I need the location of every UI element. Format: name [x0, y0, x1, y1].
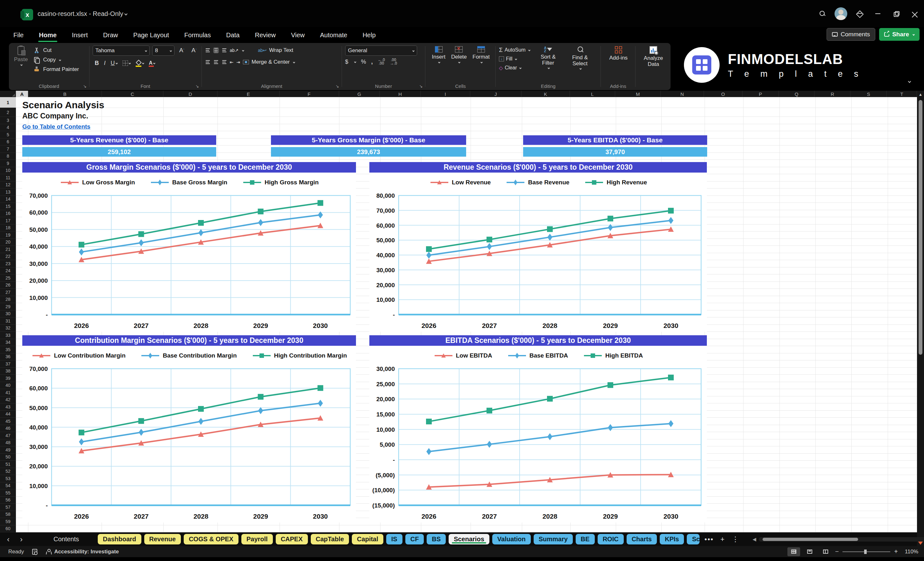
- col-header-E[interactable]: E: [218, 91, 279, 97]
- row-header-1[interactable]: 1: [0, 97, 16, 108]
- percent-style-button[interactable]: %: [361, 58, 366, 65]
- row-header-54[interactable]: 54: [0, 482, 16, 490]
- menu-review[interactable]: Review: [254, 30, 276, 40]
- sheet-tab-summary[interactable]: Summary: [534, 534, 573, 544]
- row-header-46[interactable]: 46: [0, 425, 16, 432]
- row-header-45[interactable]: 45: [0, 418, 16, 425]
- row-header-3[interactable]: 3: [0, 117, 16, 124]
- clear-button[interactable]: ◇Clear: [499, 63, 530, 72]
- zoom-in-button[interactable]: +: [894, 548, 898, 555]
- row-header-33[interactable]: 33: [0, 332, 16, 339]
- delete-cells-button[interactable]: ✕Delete: [449, 45, 469, 64]
- insert-cells-button[interactable]: Insert: [430, 45, 447, 64]
- menu-draw[interactable]: Draw: [102, 30, 119, 40]
- normal-view-button[interactable]: [788, 547, 800, 556]
- fill-color-button[interactable]: [134, 58, 146, 68]
- row-header-9[interactable]: 9: [0, 160, 16, 167]
- document-title[interactable]: casino-resort.xlsx - Read-Only: [38, 10, 127, 18]
- row-header-37[interactable]: 37: [0, 360, 16, 368]
- analyze-data-button[interactable]: Analyze Data: [639, 45, 668, 68]
- menu-insert[interactable]: Insert: [71, 30, 88, 40]
- row-header-59[interactable]: 59: [0, 518, 16, 525]
- minimize-button[interactable]: [868, 4, 887, 23]
- comments-button[interactable]: Comments: [826, 28, 875, 41]
- sheet-tab-roic[interactable]: ROIC: [598, 534, 624, 544]
- sheet-tab-charts[interactable]: Charts: [627, 534, 657, 544]
- col-header-P[interactable]: P: [742, 91, 779, 97]
- accessibility-status[interactable]: Accessibility: Investigate: [45, 549, 119, 555]
- row-header-44[interactable]: 44: [0, 411, 16, 418]
- select-all-corner[interactable]: [0, 91, 16, 97]
- number-dialog-launcher[interactable]: ↘: [419, 84, 423, 88]
- row-header-20[interactable]: 20: [0, 239, 16, 246]
- zoom-slider-thumb[interactable]: [864, 549, 867, 554]
- row-header-6[interactable]: 6: [0, 138, 16, 146]
- sheet-tab-valuation[interactable]: Valuation: [492, 534, 531, 544]
- borders-button[interactable]: [120, 58, 133, 68]
- row-header-21[interactable]: 21: [0, 246, 16, 253]
- orientation-button[interactable]: ab↗: [230, 48, 238, 53]
- col-header-N[interactable]: N: [661, 91, 704, 97]
- increase-decimal-button[interactable]: ←.0.00: [378, 58, 385, 65]
- menu-view[interactable]: View: [290, 30, 305, 40]
- accounting-format-button[interactable]: $: [345, 58, 348, 65]
- sheet-tab-cf[interactable]: CF: [405, 534, 424, 544]
- sheet-options-button[interactable]: ⋮: [730, 535, 741, 543]
- menu-data[interactable]: Data: [225, 30, 240, 40]
- row-header-5[interactable]: 5: [0, 131, 16, 138]
- italic-button[interactable]: I: [102, 58, 108, 68]
- col-header-I[interactable]: I: [421, 91, 470, 97]
- row-header-43[interactable]: 43: [0, 404, 16, 411]
- col-header-B[interactable]: B: [28, 91, 102, 97]
- col-header-L[interactable]: L: [570, 91, 615, 97]
- row-header-34[interactable]: 34: [0, 339, 16, 346]
- menu-formulas[interactable]: Formulas: [184, 30, 212, 40]
- align-left-button[interactable]: [205, 60, 210, 64]
- horizontal-scroll-thumb[interactable]: [763, 538, 858, 541]
- number-format-select[interactable]: General: [345, 45, 417, 56]
- sheet-nav-prev[interactable]: ‹: [3, 535, 14, 544]
- row-header-2[interactable]: 2: [0, 108, 16, 117]
- add-sheet-button[interactable]: +: [718, 535, 727, 543]
- row-header-26[interactable]: 26: [0, 282, 16, 289]
- sheet-tab-payroll[interactable]: Payroll: [242, 534, 273, 544]
- page-layout-view-button[interactable]: [803, 547, 816, 556]
- col-header-A[interactable]: A: [16, 91, 28, 97]
- col-header-O[interactable]: O: [704, 91, 742, 97]
- font-family-select[interactable]: Tahoma: [93, 45, 150, 56]
- row-header-50[interactable]: 50: [0, 454, 16, 461]
- row-header-16[interactable]: 16: [0, 210, 16, 218]
- row-header-27[interactable]: 27: [0, 289, 16, 296]
- page-break-view-button[interactable]: [819, 547, 832, 556]
- table-of-contents-link[interactable]: Go to Table of Contents: [22, 123, 90, 130]
- zoom-slider[interactable]: [843, 552, 890, 552]
- menu-page-layout[interactable]: Page Layout: [133, 30, 170, 40]
- merge-center-button[interactable]: Merge & Center: [243, 57, 295, 67]
- row-header-55[interactable]: 55: [0, 489, 16, 496]
- align-middle-button[interactable]: [213, 48, 219, 53]
- worksheet-area[interactable]: Scenario Analysis ABC Company Inc. Go to…: [16, 97, 917, 532]
- row-header-38[interactable]: 38: [0, 368, 16, 375]
- row-header-10[interactable]: 10: [0, 167, 16, 174]
- row-header-60[interactable]: 60: [0, 525, 16, 532]
- row-header-49[interactable]: 49: [0, 446, 16, 454]
- align-bottom-button[interactable]: [222, 48, 227, 53]
- row-header-25[interactable]: 25: [0, 274, 16, 282]
- zoom-level[interactable]: 110%: [902, 549, 918, 555]
- col-header-G[interactable]: G: [339, 91, 380, 97]
- decrease-indent-button[interactable]: ⇤: [230, 60, 234, 64]
- row-header-23[interactable]: 23: [0, 260, 16, 267]
- row-header-32[interactable]: 32: [0, 325, 16, 332]
- sort-filter-button[interactable]: AZ Sort & Filter: [535, 45, 562, 72]
- vertical-scrollbar[interactable]: ▲: [917, 91, 924, 546]
- sheet-tab-capital[interactable]: Capital: [352, 534, 383, 544]
- increase-font-button[interactable]: Aˆ: [177, 45, 187, 55]
- more-sheets-button[interactable]: •••: [702, 535, 716, 543]
- col-header-J[interactable]: J: [470, 91, 522, 97]
- row-header-36[interactable]: 36: [0, 353, 16, 361]
- align-top-button[interactable]: [205, 48, 210, 53]
- col-header-S[interactable]: S: [850, 91, 887, 97]
- row-header-57[interactable]: 57: [0, 504, 16, 511]
- row-header-51[interactable]: 51: [0, 461, 16, 468]
- share-button[interactable]: Share: [879, 28, 920, 41]
